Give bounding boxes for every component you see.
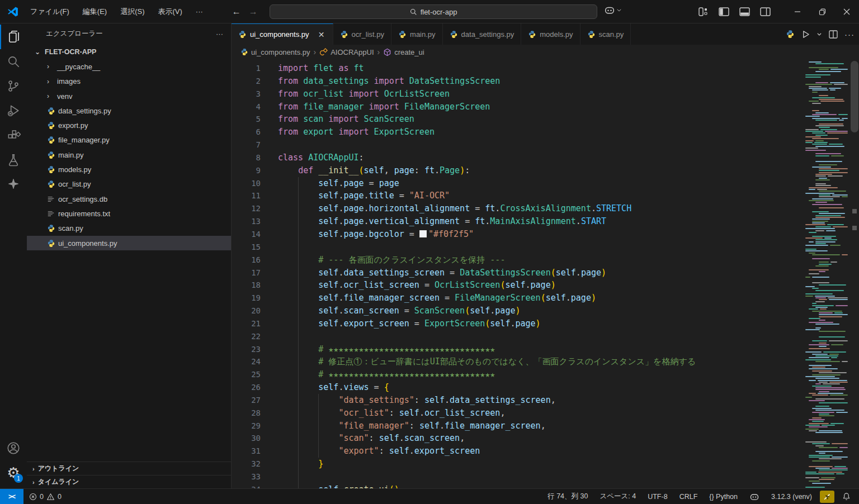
tab-data_settings.py[interactable]: data_settings.py [443, 23, 522, 45]
code-line-4[interactable]: 4from file_manager import FileManagerScr… [232, 101, 803, 113]
tree-item-models.py[interactable]: models.py [27, 162, 231, 177]
code-line-9[interactable]: 9 def __init__(self, page: ft.Page): [232, 164, 803, 177]
code-line-2[interactable]: 2from data_settings import DataSettingsS… [232, 75, 803, 88]
code-line-30[interactable]: 30 "scan": self.scan_screen, [232, 432, 803, 445]
tab-scan.py[interactable]: scan.py [580, 23, 631, 45]
menu-more[interactable]: ··· [190, 5, 209, 18]
code-line-34[interactable]: 34 self.create_ui() [232, 483, 803, 488]
notifications-bell-icon[interactable] [838, 489, 855, 504]
code-line-1[interactable]: 1import flet as ft [232, 62, 803, 75]
menu-view[interactable]: 表示(V) [153, 4, 188, 19]
menu-edit[interactable]: 編集(E) [77, 4, 112, 19]
code-line-27[interactable]: 27 "data_settings": self.data_settings_s… [232, 394, 803, 407]
code-line-28[interactable]: 28 "ocr_list": self.ocr_list_screen, [232, 407, 803, 420]
extensions-icon[interactable] [0, 123, 27, 148]
forward-arrow-icon[interactable]: → [249, 7, 258, 17]
run-dropdown-chevron-icon[interactable] [816, 31, 822, 37]
copilot-status-icon[interactable] [745, 489, 763, 504]
split-editor-icon[interactable] [829, 30, 838, 39]
explorer-icon[interactable] [0, 25, 27, 49]
tab-ui_components.py[interactable]: ui_components.py✕ [232, 23, 333, 45]
code-line-6[interactable]: 6from export import ExportScreen [232, 126, 803, 139]
minimap[interactable] [803, 59, 850, 488]
code-line-16[interactable]: 16 # --- 各画面のクラスインスタンスを保持 --- [232, 254, 803, 267]
code-line-23[interactable]: 23 # ★★★★★★★★★★★★★★★★★★★★★★★★★★★★★★★★★ [232, 343, 803, 356]
minimize-button[interactable] [785, 0, 810, 23]
remote-indicator[interactable]: >< [0, 489, 23, 504]
code-line-20[interactable]: 20 self.scan_screen = ScanScreen(self.pa… [232, 305, 803, 317]
menu-file[interactable]: ファイル(F) [25, 4, 75, 19]
outline-section[interactable]: › アウトライン [27, 462, 231, 475]
breadcrumb-item-ui_components.py[interactable]: ui_components.py [240, 48, 310, 56]
code-line-17[interactable]: 17 self.data_settings_screen = DataSetti… [232, 267, 803, 279]
code-line-14[interactable]: 14 self.page.bgcolor = "#f0f2f5" [232, 228, 803, 241]
code-line-29[interactable]: 29 "file_manager": self.file_manager_scr… [232, 420, 803, 432]
toggle-secondary-sidebar-icon[interactable] [760, 7, 771, 16]
code-line-24[interactable]: 24 # 修正点①：ビュー辞書にはUI部品そのものではなく、「画面クラスのインス… [232, 355, 803, 368]
close-button[interactable] [834, 0, 859, 23]
run-debug-icon[interactable] [0, 98, 27, 123]
tree-item-requirements.txt[interactable]: requirements.txt [27, 206, 231, 221]
settings-gear-icon[interactable]: ⚙ 1 [0, 460, 27, 485]
code-line-25[interactable]: 25 # ★★★★★★★★★★★★★★★★★★★★★★★★★★★★★★★★★ [232, 368, 803, 381]
tab-main.py[interactable]: main.py [391, 23, 443, 45]
extension-status-icon[interactable] [820, 491, 834, 503]
copilot-menu[interactable] [604, 4, 622, 16]
customize-layout-icon[interactable] [698, 7, 709, 16]
code-editor[interactable]: 1import flet as ft2from data_settings im… [232, 59, 859, 488]
code-line-13[interactable]: 13 self.page.vertical_alignment = ft.Mai… [232, 215, 803, 228]
code-line-26[interactable]: 26 self.views = { [232, 381, 803, 394]
run-file-icon[interactable] [801, 30, 810, 39]
code-line-5[interactable]: 5from scan import ScanScreen [232, 113, 803, 126]
code-line-3[interactable]: 3from ocr_list import OcrListScreen [232, 88, 803, 101]
encoding-status[interactable]: UTF-8 [644, 489, 671, 504]
tree-item-file_manager.py[interactable]: file_manager.py [27, 133, 231, 148]
tab-ocr_list.py[interactable]: ocr_list.py [333, 23, 392, 45]
tree-item-main.py[interactable]: main.py [27, 148, 231, 162]
toggle-panel-icon[interactable] [739, 7, 750, 16]
scrollbar-thumb[interactable] [851, 61, 858, 132]
tree-root[interactable]: ⌄ FLET-OCR-APP [27, 45, 231, 59]
code-line-12[interactable]: 12 self.page.horizontal_alignment = ft.C… [232, 202, 803, 215]
language-mode[interactable]: {} Python [705, 489, 742, 504]
tree-item-images[interactable]: ›images [27, 74, 231, 89]
code-line-22[interactable]: 22 [232, 330, 803, 343]
tree-item-__pycache__[interactable]: ›__pycache__ [27, 59, 231, 74]
indentation-status[interactable]: スペース: 4 [596, 489, 640, 504]
restore-button[interactable] [810, 0, 834, 23]
search-view-icon[interactable] [0, 49, 27, 74]
cursor-position[interactable]: 行 74、列 30 [544, 489, 592, 504]
tree-item-ocr_settings.db[interactable]: ocr_settings.db [27, 192, 231, 206]
code-line-7[interactable]: 7 [232, 139, 803, 151]
code-line-8[interactable]: 8class AIOCRAppUI: [232, 151, 803, 164]
more-actions-icon[interactable]: ··· [844, 30, 855, 39]
eol-status[interactable]: CRLF [676, 489, 702, 504]
tree-item-export.py[interactable]: export.py [27, 118, 231, 132]
code-line-15[interactable]: 15 [232, 241, 803, 254]
code-line-10[interactable]: 10 self.page = page [232, 177, 803, 190]
back-arrow-icon[interactable]: ← [232, 7, 241, 17]
problems-status[interactable]: 0 0 [23, 493, 67, 501]
python-interpreter-status[interactable]: 3.12.3 (venv) [767, 489, 816, 504]
code-line-32[interactable]: 32 } [232, 458, 803, 470]
timeline-section[interactable]: › タイムライン [27, 475, 231, 488]
code-line-31[interactable]: 31 "export": self.export_screen [232, 445, 803, 458]
code-line-18[interactable]: 18 self.ocr_list_screen = OcrListScreen(… [232, 279, 803, 292]
code-line-11[interactable]: 11 self.page.title = "AI-OCR" [232, 189, 803, 202]
tree-item-scan.py[interactable]: scan.py [27, 221, 231, 236]
tree-item-ui_components.py[interactable]: ui_components.py [27, 236, 231, 250]
source-control-icon[interactable] [0, 74, 27, 98]
menu-selection[interactable]: 選択(S) [115, 4, 150, 19]
toggle-primary-sidebar-icon[interactable] [719, 7, 729, 16]
command-center-search[interactable]: flet-ocr-app [270, 4, 597, 19]
breadcrumb-item-create_ui[interactable]: create_ui [383, 48, 424, 56]
code-line-33[interactable]: 33 [232, 470, 803, 483]
code-line-21[interactable]: 21 self.export_screen = ExportScreen(sel… [232, 317, 803, 330]
close-tab-icon[interactable]: ✕ [317, 30, 326, 39]
editor-scrollbar[interactable] [850, 59, 859, 488]
python-interpreter-icon[interactable] [786, 30, 795, 39]
code-line-19[interactable]: 19 self.file_manager_screen = FileManage… [232, 292, 803, 305]
copilot-chat-icon[interactable] [0, 172, 27, 197]
tree-item-venv[interactable]: ›venv [27, 89, 231, 103]
tree-item-data_settings.py[interactable]: data_settings.py [27, 103, 231, 118]
